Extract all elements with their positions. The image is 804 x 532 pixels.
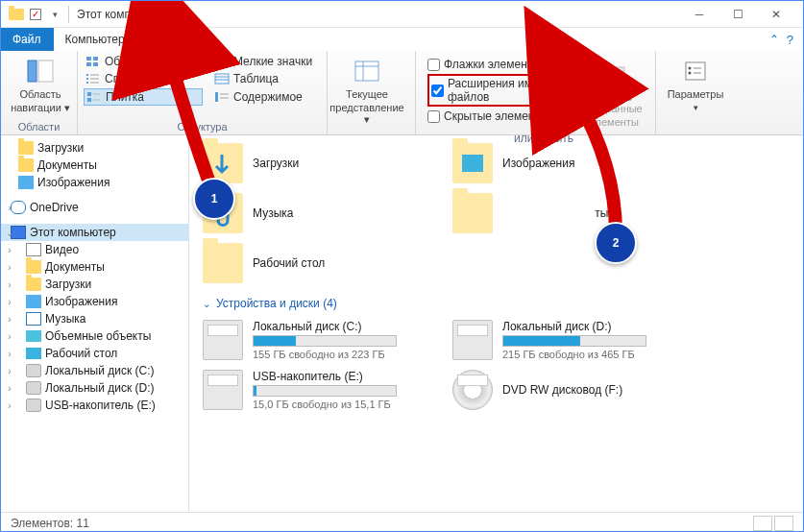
section-devices[interactable]: ⌄Устройства и диски (4) [203, 297, 790, 310]
folder-icon [18, 158, 34, 172]
folder-icon [452, 193, 493, 233]
main-area: Загрузки Документы Изображения ›OneDrive… [1, 135, 803, 512]
disk-icon [203, 370, 243, 410]
svg-rect-0 [28, 60, 37, 82]
tree-videos[interactable]: ›Видео [1, 241, 188, 258]
chevron-right-icon[interactable]: › [5, 366, 14, 376]
music-icon [26, 312, 41, 326]
chevron-right-icon[interactable]: › [5, 279, 14, 290]
svg-rect-4 [86, 62, 91, 66]
tree-music[interactable]: ›Музыка [1, 310, 188, 327]
folder-icon [18, 141, 34, 155]
chevron-right-icon[interactable]: › [5, 349, 14, 359]
desktop-icon [26, 348, 41, 359]
svg-rect-23 [87, 98, 91, 102]
navigation-pane-button[interactable]: Область навигации ▾ [7, 54, 74, 115]
tree-pictures2[interactable]: ›Изображения [1, 293, 188, 310]
ribbon: Область навигации ▾ Области Обычные знач… [1, 51, 803, 135]
usage-bar [253, 385, 397, 397]
tree-desktop[interactable]: ›Рабочий стол [1, 345, 188, 362]
drive-item[interactable]: USB-накопитель (E:)15,0 ГБ свободно из 1… [203, 370, 424, 410]
disk-icon [26, 399, 41, 412]
current-view-icon [352, 56, 382, 86]
chevron-right-icon[interactable]: › [5, 383, 14, 394]
tree-disk-e[interactable]: ›USB-накопитель (E:) [1, 397, 188, 414]
maximize-button[interactable]: ☐ [719, 1, 757, 28]
view-large-button[interactable] [774, 516, 793, 531]
folder-item[interactable]: Рабочий стол [203, 243, 424, 283]
svg-point-34 [689, 67, 692, 70]
chevron-right-icon[interactable]: › [5, 297, 14, 307]
pictures-icon [26, 295, 41, 308]
content-pane[interactable]: Загрузки Изображения Музыка Объемные объ… [189, 135, 803, 512]
check-file-extensions[interactable]: Расширения имен файлов [427, 74, 573, 107]
svg-rect-12 [86, 74, 88, 76]
folder-icon [203, 243, 243, 283]
callout-1: 1 [193, 178, 235, 220]
close-button[interactable]: ✕ [757, 1, 795, 28]
chevron-right-icon[interactable]: › [5, 314, 14, 325]
chevron-up-icon[interactable]: ⌃ [769, 33, 779, 46]
tab-computer[interactable]: Компьютер [54, 28, 137, 51]
chevron-right-icon[interactable]: › [5, 203, 14, 213]
ribbon-tabs: Файл Компьютер Вид ⌃ ? [1, 28, 803, 51]
disk-icon [26, 364, 41, 377]
disk-icon [203, 320, 243, 360]
usage-bar [502, 335, 646, 347]
drive-item[interactable]: DVD RW дисковод (F:) [452, 370, 673, 410]
window-title: Этот компьютер [77, 8, 163, 21]
svg-rect-16 [86, 82, 88, 84]
pictures-icon [18, 176, 34, 189]
app-icon [9, 7, 24, 22]
tab-file[interactable]: Файл [1, 28, 54, 51]
tree-documents2[interactable]: ›Документы [1, 258, 188, 276]
folder-icon [452, 143, 493, 183]
svg-rect-15 [90, 78, 99, 80]
drive-item[interactable]: Локальный диск (C:)155 ГБ свободно из 22… [203, 320, 424, 360]
folder-icon [26, 260, 41, 274]
qat-dropdown-icon[interactable]: ▾ [47, 7, 62, 22]
tree-disk-c[interactable]: ›Локальный диск (C:) [1, 362, 188, 379]
chevron-down-icon: ⌄ [203, 299, 210, 309]
svg-rect-33 [686, 62, 705, 80]
tree-disk-d[interactable]: ›Локальный диск (D:) [1, 379, 188, 397]
hide-icon [599, 59, 630, 89]
tree-this-pc[interactable]: ⌄Этот компьютер [1, 224, 188, 241]
current-view-button[interactable]: Текущее представление ▾ [333, 54, 401, 127]
disk-icon [26, 381, 41, 395]
check-hidden-items[interactable]: Скрытые элементы [427, 109, 573, 123]
tree-3d-objects[interactable]: ›Объемные объекты [1, 327, 188, 345]
help-icon[interactable]: ? [787, 33, 793, 47]
view-details-button[interactable] [753, 516, 772, 531]
svg-rect-38 [462, 155, 483, 172]
svg-rect-17 [90, 82, 99, 84]
chevron-right-icon[interactable]: › [5, 400, 14, 411]
status-bar: Элементов: 11 [1, 512, 803, 532]
chevron-down-icon[interactable]: ⌄ [5, 228, 14, 238]
svg-rect-24 [93, 99, 100, 101]
options-icon [680, 56, 711, 86]
svg-rect-39 [209, 326, 219, 336]
svg-rect-2 [86, 57, 91, 60]
chevron-right-icon[interactable]: › [5, 262, 14, 273]
chevron-right-icon[interactable]: › [5, 331, 14, 342]
check-item-checkboxes[interactable]: Флажки элементов [427, 58, 573, 71]
tree-downloads2[interactable]: ›Загрузки [1, 276, 188, 293]
video-icon [26, 243, 41, 256]
dvd-icon [452, 370, 493, 410]
options-button[interactable]: Параметры ▾ [662, 54, 729, 115]
minimize-button[interactable]: ─ [680, 1, 719, 28]
svg-rect-21 [87, 92, 91, 96]
callout-arrow-2 [563, 89, 640, 246]
callout-2: 2 [595, 222, 637, 264]
qat-separator [68, 6, 69, 23]
qat-checkbox-icon[interactable]: ✓ [30, 9, 41, 20]
svg-rect-1 [38, 60, 53, 82]
svg-point-35 [689, 72, 692, 75]
chevron-right-icon[interactable]: › [5, 245, 14, 255]
svg-rect-3 [93, 57, 98, 60]
group-panes-label: Области [7, 121, 71, 133]
drive-item[interactable]: Локальный диск (D:)215 ГБ свободно из 46… [452, 320, 673, 360]
svg-rect-13 [90, 74, 99, 76]
disk-icon [452, 320, 493, 360]
